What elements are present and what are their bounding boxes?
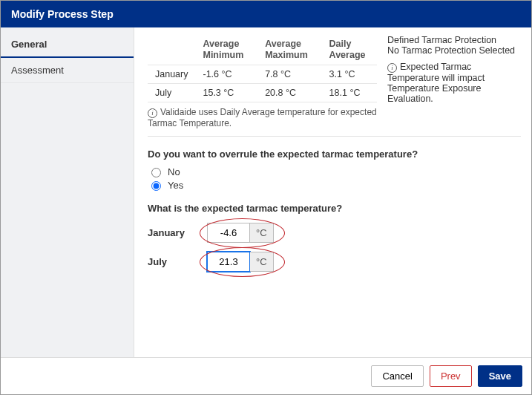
save-button[interactable]: Save [478, 365, 522, 387]
table-footnote: iValidaide uses Daily Average temperatur… [148, 107, 377, 128]
th-avg-max: Average Maximum [257, 35, 321, 65]
content-area: Average Minimum Average Maximum Daily Av… [134, 27, 531, 357]
expected-question: What is the expected tarmac temperature? [148, 203, 521, 214]
tab-assessment[interactable]: Assessment [1, 58, 134, 83]
temperature-table: Average Minimum Average Maximum Daily Av… [148, 35, 377, 102]
radio-no-label: No [168, 166, 180, 177]
info-icon: i [387, 63, 397, 73]
cancel-button[interactable]: Cancel [371, 365, 423, 387]
radio-no[interactable] [151, 168, 161, 177]
prev-button[interactable]: Prev [430, 365, 472, 387]
dialog-title: Modify Process Step [1, 1, 531, 27]
th-blank [148, 35, 195, 65]
protection-header: Defined Tarmac Protection [387, 35, 521, 45]
field-label-january: January [148, 227, 207, 238]
field-label-july: July [148, 256, 207, 267]
july-temp-input[interactable] [207, 252, 250, 272]
dialog-footer: Cancel Prev Save [1, 357, 531, 394]
radio-yes[interactable] [151, 181, 161, 191]
table-row: July 15.3 °C 20.8 °C 18.1 °C [148, 84, 377, 102]
table-row: January -1.6 °C 7.8 °C 3.1 °C [148, 65, 377, 84]
radio-yes-label: Yes [168, 180, 183, 191]
protection-value: No Tarmac Protection Selected [387, 45, 521, 56]
protection-impact: Expected Tarmac Temperature will impact … [387, 62, 485, 104]
th-avg-min: Average Minimum [195, 35, 257, 65]
protection-info: Defined Tarmac Protection No Tarmac Prot… [387, 35, 521, 104]
january-temp-input[interactable] [207, 223, 250, 243]
sidebar: General Assessment [1, 27, 134, 357]
info-icon: i [148, 108, 157, 118]
unit-label: °C [250, 223, 274, 243]
tab-general[interactable]: General [1, 32, 134, 58]
unit-label: °C [250, 252, 274, 272]
th-daily-avg: Daily Average [322, 35, 377, 65]
overrule-question: Do you want to overrule the expected tar… [148, 148, 521, 160]
